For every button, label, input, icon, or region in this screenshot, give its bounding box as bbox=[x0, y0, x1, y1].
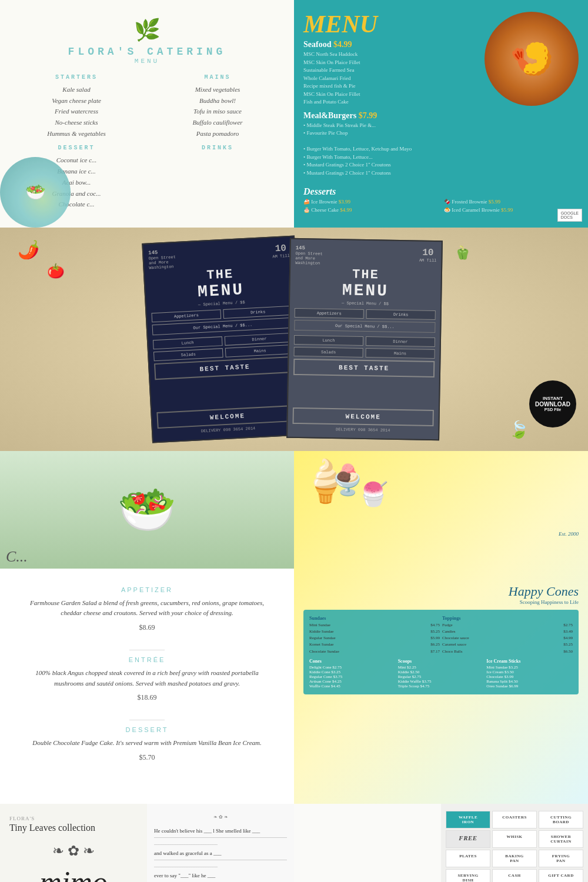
bingo-cell: WHISK bbox=[492, 830, 537, 848]
toppings-col: Toppings Fudge$2.75 Candies$3.49 Chocola… bbox=[442, 616, 573, 655]
story-title-area: ❧ ✿ ❧ bbox=[154, 813, 287, 821]
topping-item: Chocolate sauce$4.99 bbox=[442, 635, 573, 642]
story-line: ever to say "___" like he ___ bbox=[154, 870, 287, 882]
starters-section: STARTERS Kale salad Vegan cheese plate F… bbox=[12, 74, 141, 139]
bingo-cell: SERVINGDISH bbox=[446, 869, 490, 882]
drinks-section: DRINKS bbox=[153, 145, 282, 209]
topping-item: Choco Balls$6.50 bbox=[442, 649, 573, 655]
starter-item: Kale salad bbox=[12, 84, 141, 95]
tiny-leaves-card: FLORA'S Tiny Leaves collection ❧ ✿ ❧ mim… bbox=[0, 804, 147, 882]
mains-section: MAINS Mixed vegetables Buddha bowl! Tofu… bbox=[153, 74, 282, 139]
dessert-price: $5.70 bbox=[139, 753, 155, 762]
brand-title: FLORA'S CATERING bbox=[68, 46, 226, 58]
menu-right-menu: MENU bbox=[295, 280, 436, 301]
dessert-heading: DESSERT bbox=[12, 145, 141, 151]
bingo-cell: WAFFLEIRON bbox=[446, 811, 490, 828]
happy-cones-subtitle: Scooping Happiness to Life bbox=[303, 599, 579, 605]
starter-item: Vegan cheese plate bbox=[12, 95, 141, 106]
sundaes-title: Sundaes bbox=[309, 616, 440, 621]
story-label: ___________________________ bbox=[154, 839, 287, 847]
main-item: Pasta pomadoro bbox=[153, 128, 282, 139]
entree-desc: 100% black Angus chopped steak covered i… bbox=[24, 668, 270, 689]
main-item: Buffalo cauliflower bbox=[153, 117, 282, 128]
starter-item: Fried watercress bbox=[12, 106, 141, 117]
appetizer-label: APPETIZER bbox=[121, 586, 173, 593]
bingo-cell: FRYINGPAN bbox=[539, 850, 583, 867]
bingo-cell: CUTTINGBOARD bbox=[539, 811, 583, 828]
menu-right-best-taste: BEST TASTE bbox=[293, 359, 435, 377]
topping-item: Fudge$2.75 bbox=[442, 622, 573, 629]
cones-col-title: Cones bbox=[309, 659, 396, 664]
happy-cones-card: 🍦 🍨 🍧 Est. 2000 Happy Cones Scooping Hap… bbox=[294, 451, 588, 804]
branch-icon: ❧ ✿ ❧ bbox=[9, 843, 138, 859]
dessert-desc: Double Chocolate Fudge Cake. It's served… bbox=[32, 738, 262, 749]
happy-cones-title: Happy Cones bbox=[303, 584, 579, 599]
menu-right-welcome: WELCOME bbox=[292, 407, 433, 426]
bingo-cell: COASTERS bbox=[492, 811, 537, 828]
main-item: Mixed vegetables bbox=[153, 84, 282, 95]
bingo-card: WAFFLEIRON COASTERS CUTTINGBOARD free WH… bbox=[441, 804, 588, 882]
desserts-header: Desserts bbox=[303, 186, 579, 197]
scoops-col: Scoops Mini $2.25 Kiddie $2.50 Regular $… bbox=[398, 659, 485, 689]
leaf-icon: 🌿 bbox=[134, 18, 161, 42]
seafood-items: MSC North Sea Haddock MSC Skin On Plaice… bbox=[303, 51, 479, 106]
sundae-item: Regular Sundae$5.99 bbox=[309, 635, 440, 642]
mimo-text: mimo bbox=[9, 865, 138, 882]
story-label: ___________________________ bbox=[154, 861, 287, 870]
starter-item: Hummus & vegetables bbox=[12, 128, 141, 139]
bingo-cell: SHOWERCURTAIN bbox=[539, 830, 583, 848]
main-item: Buddha bowl! bbox=[153, 95, 282, 106]
toppings-title: Toppings bbox=[442, 616, 573, 621]
divider bbox=[129, 650, 165, 650]
desserts-section: Desserts 🍰 Ice Brownie $3.99 🎂 Cheese Ca… bbox=[303, 186, 579, 214]
sundae-item: Chocolate Sundae$7.17 bbox=[309, 649, 440, 655]
main-item: Tofu in miso sauce bbox=[153, 106, 282, 117]
brand-subtitle: MENU bbox=[135, 58, 159, 65]
sticks-col-title: Ice Cream Sticks bbox=[486, 659, 573, 664]
bingo-cell: CASH bbox=[492, 869, 537, 882]
topping-item: Candies$3.49 bbox=[442, 629, 573, 635]
dark-menu-card: 🌶️ 🍅 🍃 🫑 145 Open Streetand MoreWashingt… bbox=[0, 228, 588, 451]
entree-price: $18.69 bbox=[138, 693, 157, 702]
story-line: He couldn't believe his ___ l She smelle… bbox=[154, 826, 287, 837]
drinks-heading: DRINKS bbox=[153, 145, 282, 151]
seafood-menu-card: MENU Seafood $4.99 MSC North Sea Haddock… bbox=[294, 0, 588, 228]
sundae-item: Komet Sundae$6.25 bbox=[309, 642, 440, 648]
burgers-section: Meal&Burgers $7.99 • Middle Steak Pin St… bbox=[303, 111, 479, 178]
entree-label: ENTRÉE bbox=[129, 656, 166, 663]
desserts-items: 🍰 Ice Brownie $3.99 🎂 Cheese Cake $4.99 … bbox=[303, 198, 579, 214]
bingo-cell: BAKINGPAN bbox=[492, 850, 537, 867]
scoops-col-title: Scoops bbox=[398, 659, 485, 664]
appetizer-desc: Farmhouse Garden Salad a blend of fresh … bbox=[24, 598, 270, 619]
floras-catering-card: 🌿 FLORA'S CATERING MENU STARTERS Kale sa… bbox=[0, 0, 294, 228]
est-label: Est. 2000 bbox=[559, 531, 579, 537]
simple-menu-card: APPETIZER Farmhouse Garden Salad a blend… bbox=[0, 569, 294, 804]
story-line: and walked as graceful as a ___ bbox=[154, 848, 287, 860]
collection-label: FLORA'S bbox=[9, 816, 138, 821]
bingo-cell: PLATES bbox=[446, 850, 490, 867]
topping-item: Caramel sauce$5.25 bbox=[442, 642, 573, 648]
menu-dark-left: 145 Open Streetand MoreWashington 10 AM … bbox=[142, 235, 305, 443]
mains-heading: MAINS bbox=[153, 74, 282, 81]
dessert-menu-label: DESSERT bbox=[126, 726, 169, 733]
story-card: ❧ ✿ ❧ He couldn't believe his ___ l She … bbox=[147, 804, 294, 882]
burgers-items: • Middle Steak Pin Streak Pie &... • Fav… bbox=[303, 122, 479, 178]
bingo-cell-free: free bbox=[446, 830, 490, 848]
divider bbox=[129, 720, 165, 720]
seafood-menu-title: MENU bbox=[303, 12, 479, 36]
cones-col: Cones Delight Cone $2.75 Kiddie Cone $3.… bbox=[309, 659, 396, 689]
burgers-section-header: Meal&Burgers $7.99 bbox=[303, 111, 479, 121]
ice-cream-sticks-col: Ice Cream Sticks Mini Sundae $3.25 Ice C… bbox=[486, 659, 573, 689]
food-bowl-image: 🥗 bbox=[0, 157, 71, 228]
google-docs-badge: GOOGLEDOCS bbox=[557, 209, 582, 222]
menu-dark-right: 145 Open Streetand MoreWashington 10 AM … bbox=[286, 238, 443, 440]
tiny-leaves-title: Tiny Leaves collection bbox=[9, 823, 138, 833]
salad-image-card: 🥗 C... bbox=[0, 451, 294, 569]
bridal-shower-card: ✿ ❧ ✿ PLEASE JOIN US FOR A bridal shower… bbox=[294, 804, 441, 882]
sundae-item: Kiddie Sundae$5.25 bbox=[309, 629, 440, 635]
appetizer-price: $8.69 bbox=[139, 623, 155, 632]
instant-download-badge: INSTANT DOWNLOAD PSD File bbox=[529, 380, 576, 427]
seafood-section: Seafood $4.99 MSC North Sea Haddock MSC … bbox=[303, 40, 479, 106]
sundaes-col: Sundaes Mini Sundae$4.75 Kiddie Sundae$5… bbox=[309, 616, 440, 655]
seafood-section-header: Seafood $4.99 bbox=[303, 40, 479, 49]
